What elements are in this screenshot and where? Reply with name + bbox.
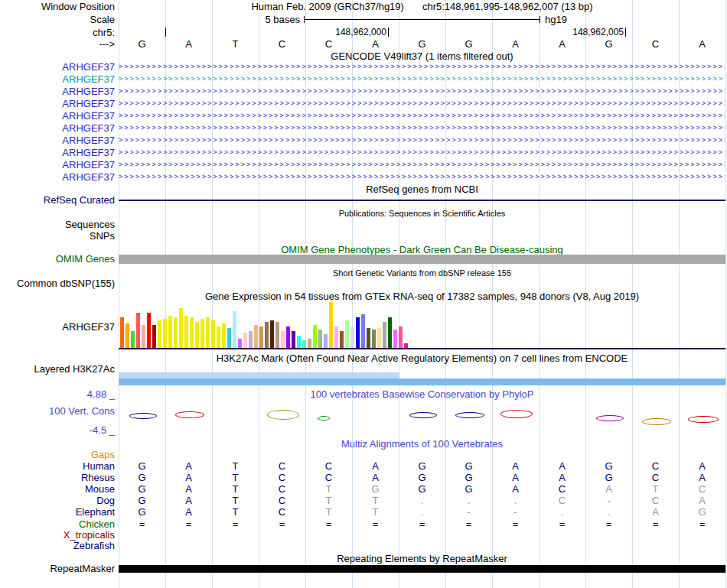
multiz-species-label[interactable]: Elephant [0, 507, 115, 518]
gtex-bar[interactable] [227, 328, 231, 348]
gencode-transcript-label[interactable]: ARHGEF37 [0, 148, 115, 158]
multiz-species-label[interactable]: Zebrafish [0, 541, 115, 551]
gtex-bar[interactable] [372, 330, 376, 348]
dbsnp-track-label[interactable]: Common dbSNP(155) [0, 278, 115, 289]
gtex-bar[interactable] [281, 331, 285, 348]
gtex-bar[interactable] [399, 326, 403, 348]
gencode-transcript-item[interactable]: >>>>>>>>>>>>>>>>>>>>>>>>>>>>>>>>>>>>>>>>… [119, 160, 725, 171]
gtex-bar[interactable] [340, 331, 344, 348]
gtex-bar[interactable] [184, 316, 188, 348]
gencode-transcript-item[interactable]: >>>>>>>>>>>>>>>>>>>>>>>>>>>>>>>>>>>>>>>>… [119, 123, 725, 134]
gtex-bar[interactable] [345, 320, 349, 348]
multiz-base: . [399, 495, 445, 506]
sequences-track-label[interactable]: Sequences [0, 219, 115, 230]
gtex-bar[interactable] [190, 317, 194, 348]
gtex-bar[interactable] [308, 339, 311, 348]
gtex-bar[interactable] [383, 322, 386, 348]
gtex-bar[interactable] [270, 320, 274, 348]
gencode-transcript-item[interactable]: >>>>>>>>>>>>>>>>>>>>>>>>>>>>>>>>>>>>>>>>… [119, 62, 725, 73]
gtex-bar[interactable] [147, 313, 151, 348]
gtex-bar[interactable] [174, 317, 178, 348]
gtex-bar[interactable] [377, 328, 381, 348]
multiz-species-label[interactable]: X_tropicalis [0, 530, 115, 541]
gtex-bar[interactable] [388, 317, 392, 348]
gtex-bar[interactable] [254, 325, 258, 348]
gtex-bar[interactable] [356, 317, 360, 348]
gencode-transcript-label[interactable]: ARHGEF37 [0, 74, 115, 85]
gencode-transcript-item[interactable]: >>>>>>>>>>>>>>>>>>>>>>>>>>>>>>>>>>>>>>>>… [119, 172, 725, 183]
gtex-bar[interactable] [195, 322, 199, 348]
multiz-base: A [352, 473, 399, 483]
multiz-base: G [399, 473, 445, 483]
gtex-bar[interactable] [131, 331, 135, 348]
gtex-bar[interactable] [259, 326, 263, 348]
gtex-bar[interactable] [350, 326, 354, 348]
gtex-bar[interactable] [152, 325, 156, 348]
gtex-bar[interactable] [286, 326, 290, 348]
gencode-transcript-label[interactable]: ARHGEF37 [0, 123, 115, 134]
gtex-bar[interactable] [136, 313, 140, 348]
gtex-bar[interactable] [142, 325, 145, 348]
multiz-species-label[interactable]: Rhesus [0, 473, 115, 483]
gtex-bar[interactable] [318, 330, 322, 348]
refseq-curated-item[interactable] [119, 200, 725, 201]
h3k27ac-label[interactable]: Layered H3K27Ac [0, 364, 115, 375]
gtex-bar[interactable] [292, 331, 295, 348]
gtex-gene-label[interactable]: ARHGEF37 [0, 322, 115, 333]
multiz-species-label[interactable]: Human [0, 461, 115, 472]
gencode-transcript-item[interactable]: >>>>>>>>>>>>>>>>>>>>>>>>>>>>>>>>>>>>>>>>… [119, 111, 725, 122]
multiz-base: = [539, 519, 585, 530]
gencode-transcript-item[interactable]: >>>>>>>>>>>>>>>>>>>>>>>>>>>>>>>>>>>>>>>>… [119, 99, 725, 109]
gtex-bar[interactable] [120, 317, 124, 348]
base-letter: A [165, 39, 212, 50]
gencode-transcript-label[interactable]: ARHGEF37 [0, 160, 115, 171]
gtex-bar[interactable] [168, 316, 172, 348]
multiz-species-label[interactable]: Dog [0, 495, 115, 506]
gencode-transcript-label[interactable]: ARHGEF37 [0, 86, 115, 97]
gtex-bar[interactable] [163, 319, 167, 348]
gtex-bar[interactable] [222, 323, 226, 348]
gtex-bar[interactable] [302, 340, 306, 348]
gtex-bar[interactable] [126, 323, 129, 348]
gtex-bar[interactable] [249, 331, 253, 348]
multiz-species-label[interactable]: Mouse [0, 484, 115, 495]
gtex-bar[interactable] [265, 322, 269, 348]
gtex-bar[interactable] [206, 317, 210, 348]
gencode-transcript-label[interactable]: ARHGEF37 [0, 99, 115, 109]
gtex-bar[interactable] [361, 314, 365, 348]
gtex-bar[interactable] [297, 336, 301, 348]
gtex-bar[interactable] [158, 320, 161, 348]
gtex-bar[interactable] [217, 326, 220, 348]
gtex-bar[interactable] [179, 308, 183, 348]
gencode-transcript-item[interactable]: >>>>>>>>>>>>>>>>>>>>>>>>>>>>>>>>>>>>>>>>… [119, 148, 725, 158]
h3k27ac-signal-top[interactable] [119, 372, 399, 378]
h3k27ac-signal-bottom[interactable] [119, 378, 725, 385]
gencode-transcript-label[interactable]: ARHGEF37 [0, 135, 115, 146]
gencode-transcript-item[interactable]: >>>>>>>>>>>>>>>>>>>>>>>>>>>>>>>>>>>>>>>>… [119, 74, 725, 85]
gtex-bar[interactable] [334, 326, 338, 348]
gtex-bar[interactable] [313, 325, 317, 348]
repeatmasker-label[interactable]: RepeatMasker [0, 564, 115, 574]
gencode-transcript-item[interactable]: >>>>>>>>>>>>>>>>>>>>>>>>>>>>>>>>>>>>>>>>… [119, 135, 725, 146]
phylop-track-label[interactable]: 100 Vert. Cons [0, 406, 115, 417]
gtex-bar[interactable] [238, 339, 242, 348]
omim-genes-item[interactable] [119, 255, 725, 264]
gtex-bar[interactable] [233, 311, 236, 348]
gtex-bar[interactable] [329, 302, 333, 348]
snps-track-label[interactable]: SNPs [0, 231, 115, 242]
gtex-bar[interactable] [275, 322, 279, 348]
repeatmasker-item[interactable] [119, 565, 725, 573]
gtex-bar[interactable] [367, 328, 370, 348]
gtex-bar[interactable] [324, 334, 328, 348]
gencode-transcript-label[interactable]: ARHGEF37 [0, 111, 115, 122]
gencode-transcript-label[interactable]: ARHGEF37 [0, 172, 115, 183]
refseq-curated-label[interactable]: RefSeq Curated [0, 195, 115, 206]
gtex-bar[interactable] [211, 320, 215, 348]
gtex-bar[interactable] [393, 330, 397, 348]
gencode-transcript-label[interactable]: ARHGEF37 [0, 62, 115, 73]
gtex-bar[interactable] [243, 333, 247, 348]
omim-genes-label[interactable]: OMIM Genes [0, 254, 115, 265]
multiz-species-label[interactable]: Chicken [0, 519, 115, 530]
gtex-bar[interactable] [200, 319, 204, 348]
gencode-transcript-item[interactable]: >>>>>>>>>>>>>>>>>>>>>>>>>>>>>>>>>>>>>>>>… [119, 86, 725, 97]
